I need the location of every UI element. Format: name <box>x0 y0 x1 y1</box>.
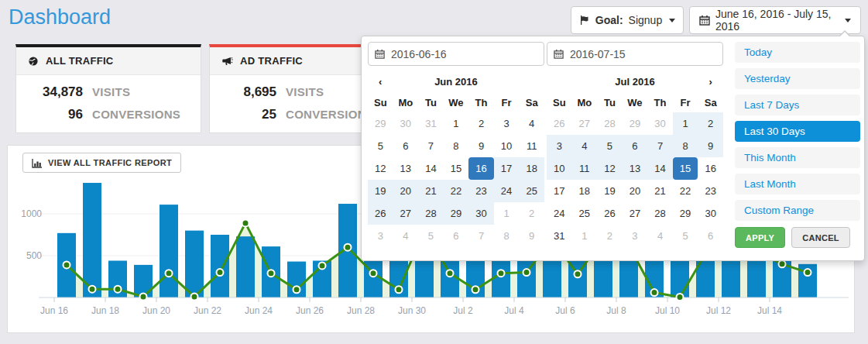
calendar-day[interactable]: 8 <box>494 225 520 247</box>
calendar-day[interactable]: 27 <box>393 202 419 225</box>
calendar-day[interactable]: 11 <box>572 157 598 180</box>
calendar-day[interactable]: 16 <box>698 157 723 180</box>
calendar-day[interactable]: 31 <box>418 112 444 135</box>
calendar-day[interactable]: 15 <box>444 157 469 180</box>
calendar-day[interactable]: 12 <box>597 157 623 180</box>
calendar-day[interactable]: 1 <box>494 202 520 225</box>
calendar-day[interactable]: 5 <box>368 135 393 157</box>
calendar-day[interactable]: 9 <box>468 135 494 157</box>
calendar-day[interactable]: 16 <box>468 157 494 180</box>
calendar-day[interactable]: 28 <box>418 202 444 225</box>
calendar-day[interactable]: 22 <box>673 180 698 202</box>
calendar-day[interactable]: 28 <box>647 202 673 225</box>
calendar-day[interactable]: 23 <box>468 180 494 202</box>
apply-button[interactable]: APPLY <box>735 227 785 248</box>
calendar-day[interactable]: 6 <box>393 135 419 157</box>
goal-selector-button[interactable]: Goal: Signup <box>571 6 684 34</box>
calendar-day[interactable]: 30 <box>393 112 419 135</box>
calendar-day[interactable]: 25 <box>572 202 598 225</box>
calendar-day[interactable]: 4 <box>572 135 598 157</box>
calendar-day[interactable]: 12 <box>368 157 393 180</box>
calendar-day[interactable]: 24 <box>494 180 520 202</box>
calendar-day[interactable]: 10 <box>494 135 520 157</box>
calendar-day[interactable]: 5 <box>418 225 444 247</box>
date-range-button[interactable]: June 16, 2016 - July 15, 2016 <box>689 6 861 34</box>
calendar-day[interactable]: 9 <box>698 135 723 157</box>
calendar-day[interactable]: 15 <box>673 157 698 180</box>
calendar-day[interactable]: 4 <box>393 225 419 247</box>
calendar-day[interactable]: 29 <box>673 202 698 225</box>
calendar-day[interactable]: 10 <box>547 157 572 180</box>
calendar-day[interactable]: 8 <box>444 135 469 157</box>
calendar-day[interactable]: 11 <box>519 135 544 157</box>
calendar-day[interactable]: 25 <box>519 180 544 202</box>
calendar-day[interactable]: 18 <box>519 157 544 180</box>
range-option-last-30-days[interactable]: Last 30 Days <box>735 121 860 142</box>
calendar-day[interactable]: 5 <box>673 225 698 247</box>
calendar-day[interactable]: 7 <box>418 135 444 157</box>
calendar-day[interactable]: 18 <box>572 180 598 202</box>
calendar-day[interactable]: 24 <box>547 202 572 225</box>
end-date-input[interactable] <box>547 42 723 66</box>
calendar-day[interactable]: 2 <box>597 225 623 247</box>
calendar-day[interactable]: 22 <box>444 180 469 202</box>
cancel-button[interactable]: CANCEL <box>791 227 850 248</box>
range-option-yesterday[interactable]: Yesterday <box>735 68 860 89</box>
calendar-day[interactable]: 21 <box>418 180 444 202</box>
calendar-day[interactable]: 19 <box>368 180 393 202</box>
calendar-day[interactable]: 19 <box>597 180 623 202</box>
calendar-day[interactable]: 3 <box>547 135 572 157</box>
calendar-day[interactable]: 27 <box>572 112 598 135</box>
calendar-day[interactable]: 7 <box>647 135 673 157</box>
calendar-day[interactable]: 13 <box>623 157 648 180</box>
calendar-day[interactable]: 29 <box>444 202 469 225</box>
calendar-day[interactable]: 28 <box>597 112 623 135</box>
calendar-day[interactable]: 5 <box>597 135 623 157</box>
calendar-day[interactable]: 17 <box>494 157 520 180</box>
calendar-day[interactable]: 2 <box>519 202 544 225</box>
calendar-day[interactable]: 29 <box>368 112 393 135</box>
calendar-day[interactable]: 30 <box>647 112 673 135</box>
start-date-input[interactable] <box>368 42 544 66</box>
calendar-day[interactable]: 3 <box>494 112 520 135</box>
calendar-day[interactable]: 17 <box>547 180 572 202</box>
calendar-day[interactable]: 20 <box>393 180 419 202</box>
calendar-day[interactable]: 21 <box>647 180 673 202</box>
calendar-day[interactable]: 30 <box>468 202 494 225</box>
calendar-day[interactable]: 1 <box>673 112 698 135</box>
calendar-day[interactable]: 9 <box>519 225 544 247</box>
calendar-day[interactable]: 7 <box>468 225 494 247</box>
calendar-day[interactable]: 3 <box>368 225 393 247</box>
view-all-traffic-report-button[interactable]: VIEW ALL TRAFFIC REPORT <box>22 153 181 173</box>
calendar-day[interactable]: 1 <box>444 112 469 135</box>
prev-month-button[interactable]: ‹ <box>368 70 393 93</box>
calendar-day[interactable]: 6 <box>444 225 469 247</box>
calendar-day[interactable]: 6 <box>623 135 648 157</box>
calendar-day[interactable]: 26 <box>547 112 572 135</box>
calendar-day[interactable]: 26 <box>368 202 393 225</box>
calendar-day[interactable]: 29 <box>623 112 648 135</box>
calendar-day[interactable]: 3 <box>623 225 648 247</box>
calendar-day[interactable]: 23 <box>698 180 723 202</box>
range-option-last-7-days[interactable]: Last 7 Days <box>735 95 860 115</box>
calendar-day[interactable]: 6 <box>698 225 723 247</box>
calendar-day[interactable]: 30 <box>698 202 723 225</box>
calendar-day[interactable]: 14 <box>647 157 673 180</box>
calendar-day[interactable]: 1 <box>572 225 598 247</box>
calendar-day[interactable]: 4 <box>519 112 544 135</box>
calendar-day[interactable]: 26 <box>597 202 623 225</box>
calendar-day[interactable]: 2 <box>698 112 723 135</box>
calendar-day[interactable]: 20 <box>623 180 648 202</box>
range-option-today[interactable]: Today <box>735 42 860 63</box>
calendar-day[interactable]: 31 <box>547 225 572 247</box>
calendar-day[interactable]: 14 <box>418 157 444 180</box>
next-month-button[interactable]: › <box>698 70 723 93</box>
calendar-day[interactable]: 4 <box>647 225 673 247</box>
calendar-day[interactable]: 8 <box>673 135 698 157</box>
calendar-day[interactable]: 13 <box>393 157 419 180</box>
range-option-custom-range[interactable]: Custom Range <box>735 200 860 221</box>
range-option-last-month[interactable]: Last Month <box>735 174 860 194</box>
calendar-day[interactable]: 2 <box>468 112 494 135</box>
calendar-day[interactable]: 27 <box>623 202 648 225</box>
range-option-this-month[interactable]: This Month <box>735 147 860 168</box>
